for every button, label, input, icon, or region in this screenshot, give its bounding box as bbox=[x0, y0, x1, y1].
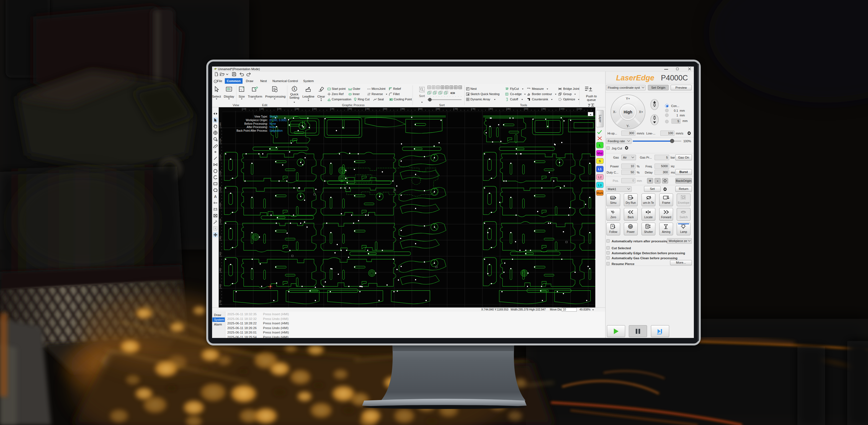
svg-text:1000: 1000 bbox=[560, 108, 564, 110]
svg-text:850: 850 bbox=[507, 108, 510, 110]
svg-text:1200: 1200 bbox=[219, 154, 221, 159]
svg-text:850: 850 bbox=[219, 268, 221, 272]
svg-text:200: 200 bbox=[278, 108, 282, 110]
svg-text:Y+: Y+ bbox=[626, 97, 630, 101]
svg-text:150: 150 bbox=[260, 108, 264, 110]
svg-text:1250: 1250 bbox=[219, 138, 221, 143]
svg-text:Layer: Layer bbox=[598, 115, 602, 122]
svg-text:650: 650 bbox=[437, 108, 440, 110]
svg-text:550: 550 bbox=[401, 108, 405, 110]
svg-text:400: 400 bbox=[349, 108, 352, 110]
svg-text:1050: 1050 bbox=[578, 108, 582, 110]
svg-text:X-: X- bbox=[613, 110, 616, 114]
svg-text:300: 300 bbox=[313, 108, 317, 110]
svg-text:800: 800 bbox=[490, 108, 493, 110]
svg-text:250: 250 bbox=[296, 108, 299, 110]
svg-text:A: A bbox=[214, 194, 217, 199]
svg-text:800: 800 bbox=[219, 284, 221, 287]
svg-text:1050: 1050 bbox=[219, 203, 221, 207]
svg-text:$: $ bbox=[612, 225, 613, 227]
svg-text:X+: X+ bbox=[639, 110, 643, 114]
svg-text:1: 1 bbox=[293, 87, 295, 90]
svg-text:1150: 1150 bbox=[219, 171, 221, 175]
svg-text:High: High bbox=[623, 110, 632, 114]
svg-text:TL: TL bbox=[628, 196, 631, 199]
svg-text:900: 900 bbox=[219, 252, 221, 256]
svg-text:1300: 1300 bbox=[219, 122, 221, 127]
svg-text:SIM: SIM bbox=[611, 197, 614, 199]
svg-text:1000: 1000 bbox=[219, 219, 221, 223]
svg-text:350: 350 bbox=[331, 108, 335, 110]
svg-text:900: 900 bbox=[525, 108, 528, 110]
svg-text:450: 450 bbox=[366, 108, 370, 110]
svg-text:Y-: Y- bbox=[626, 124, 630, 128]
svg-text:W: W bbox=[629, 225, 631, 228]
svg-text:750: 750 bbox=[472, 108, 475, 110]
svg-text:600: 600 bbox=[419, 108, 423, 110]
svg-text:?: ? bbox=[215, 80, 216, 83]
svg-text:500: 500 bbox=[384, 108, 388, 110]
svg-text:1100: 1100 bbox=[219, 187, 221, 191]
svg-text:100: 100 bbox=[243, 108, 246, 110]
svg-text:700: 700 bbox=[454, 108, 458, 110]
svg-text:950: 950 bbox=[543, 108, 546, 110]
svg-text:950: 950 bbox=[219, 236, 221, 239]
svg-text:750: 750 bbox=[219, 300, 221, 304]
